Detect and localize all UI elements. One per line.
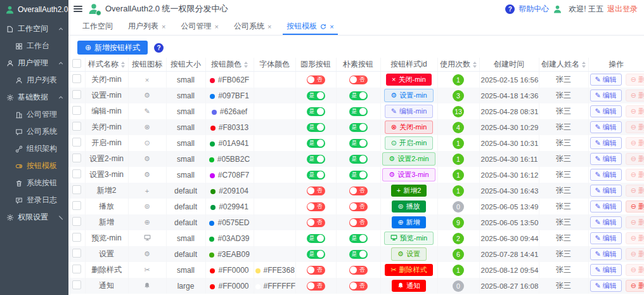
style-preview-button[interactable]: 通知 [392, 280, 426, 292]
toggle-on[interactable]: 是 [307, 123, 325, 132]
sidebar-item-system-button[interactable]: 系统按钮 [0, 174, 68, 192]
toggle-off[interactable]: 否 [349, 202, 368, 211]
style-preview-button[interactable]: 预览-min [384, 232, 434, 245]
row-checkbox[interactable] [72, 74, 81, 83]
delete-button[interactable]: ⊖删除 [626, 121, 644, 133]
delete-button[interactable]: ⊖删除 [626, 169, 644, 181]
toggle-on[interactable]: 是 [349, 139, 368, 148]
refresh-icon[interactable] [320, 23, 326, 30]
row-checkbox[interactable] [72, 217, 81, 226]
row-checkbox[interactable] [72, 106, 81, 115]
row-checkbox[interactable] [72, 138, 81, 147]
column-header[interactable]: 按钮颜色 [205, 58, 254, 72]
toggle-on[interactable]: 是 [307, 139, 325, 148]
style-preview-button[interactable]: ⊚播放 [392, 200, 425, 213]
style-preview-button[interactable]: ×关闭-min [386, 74, 432, 86]
tab-company-system[interactable]: 公司系统× [226, 18, 279, 35]
tab-button-template[interactable]: 按钮模板× [279, 18, 341, 35]
style-preview-button[interactable]: ⊕新增 [392, 216, 425, 228]
edit-button[interactable]: ✎编辑 [590, 169, 622, 181]
toggle-off[interactable]: 否 [307, 187, 325, 195]
row-checkbox[interactable] [72, 265, 81, 273]
edit-button[interactable]: ✎编辑 [590, 264, 622, 276]
edit-button[interactable]: ✎编辑 [590, 200, 622, 213]
toggle-off[interactable]: 否 [307, 202, 325, 211]
sidebar-item-workspace[interactable]: 工作空间 [0, 20, 68, 37]
sidebar-item-permission-settings[interactable]: 权限设置 [0, 209, 68, 226]
sidebar-item-workbench[interactable]: 工作台 [0, 37, 68, 55]
add-button-style-button[interactable]: ⊕ 新增按钮样式 [77, 41, 148, 55]
row-checkbox[interactable] [72, 122, 81, 131]
edit-button[interactable]: ✎编辑 [590, 280, 622, 292]
help-icon[interactable]: ? [154, 43, 164, 53]
toggle-off[interactable]: 否 [349, 187, 368, 195]
delete-button[interactable]: ⊖删除 [626, 232, 644, 244]
toggle-on[interactable]: 是 [307, 91, 325, 100]
edit-button[interactable]: ✎编辑 [590, 185, 622, 197]
toggle-on[interactable]: 是 [307, 107, 325, 116]
select-all-checkbox[interactable] [72, 59, 81, 68]
sidebar-item-org-structure[interactable]: 组织架构 [0, 140, 68, 157]
toggle-on[interactable]: 是 [349, 234, 368, 243]
toggle-on[interactable]: 是 [307, 250, 325, 259]
row-checkbox[interactable] [72, 280, 81, 289]
close-icon[interactable]: × [267, 23, 271, 30]
edit-button[interactable]: ✎编辑 [590, 137, 622, 149]
sidebar-item-user-list[interactable]: 用户列表 [0, 72, 68, 89]
user-avatar-icon[interactable] [553, 4, 562, 14]
sidebar-item-base-data[interactable]: 基础数据 [0, 89, 68, 106]
sidebar-item-user-mgmt[interactable]: 用户管理 [0, 55, 68, 72]
delete-button[interactable]: ⊖删除 [626, 280, 644, 292]
close-icon[interactable]: × [214, 23, 218, 30]
toggle-on[interactable]: 是 [349, 155, 368, 164]
close-icon[interactable]: × [330, 23, 333, 30]
row-checkbox[interactable] [72, 201, 81, 210]
delete-button[interactable]: ⊖删除 [626, 105, 644, 117]
sort-icon[interactable] [244, 62, 248, 68]
tab-user-list[interactable]: 用户列表× [120, 18, 173, 35]
edit-button[interactable]: ✎编辑 [590, 89, 622, 102]
toggle-on[interactable]: 是 [307, 234, 325, 243]
sort-icon[interactable] [582, 62, 586, 68]
hamburger-menu-icon[interactable] [74, 6, 82, 12]
edit-button[interactable]: ✎编辑 [590, 121, 622, 133]
toggle-on[interactable]: 是 [307, 171, 325, 180]
style-preview-button[interactable]: ⚙设置-min [384, 89, 433, 102]
toggle-on[interactable]: 是 [349, 91, 368, 100]
row-checkbox[interactable] [72, 90, 81, 99]
style-preview-button[interactable]: ⚙设置2-min [382, 152, 435, 166]
close-icon[interactable]: × [162, 23, 165, 30]
row-checkbox[interactable] [72, 233, 81, 242]
delete-button[interactable]: ⊖删除 [626, 137, 644, 149]
edit-button[interactable]: ✎编辑 [590, 153, 622, 165]
delete-button[interactable]: ⊖删除 [626, 216, 644, 228]
column-header[interactable]: 使用次数 [437, 58, 479, 72]
delete-button[interactable]: ⊖删除 [626, 153, 644, 165]
toggle-on[interactable]: 是 [349, 107, 368, 116]
style-preview-button[interactable]: ⊙开启-min [385, 136, 434, 150]
row-checkbox[interactable] [72, 154, 81, 162]
edit-button[interactable]: ✎编辑 [590, 248, 622, 260]
style-preview-button[interactable]: ⚙设置3-min [382, 168, 435, 181]
delete-button[interactable]: ⊖删除 [626, 74, 644, 86]
toggle-on[interactable]: 是 [349, 171, 368, 180]
sidebar-item-button-template[interactable]: 按钮模板 [0, 157, 68, 174]
toggle-off[interactable]: 否 [349, 266, 368, 275]
toggle-off[interactable]: 否 [307, 218, 325, 227]
edit-button[interactable]: ✎编辑 [590, 232, 622, 244]
delete-button[interactable]: ⊖删除 [626, 185, 644, 197]
toggle-off[interactable]: 否 [349, 75, 368, 84]
logout-link[interactable]: 退出登录 [607, 4, 638, 15]
row-checkbox[interactable] [72, 185, 81, 194]
toggle-off[interactable]: 否 [307, 282, 325, 291]
row-checkbox[interactable] [72, 249, 81, 258]
sidebar-item-company-mgmt[interactable]: 公司管理 [0, 106, 68, 123]
tab-company-mgmt[interactable]: 公司管理× [173, 18, 226, 35]
sort-icon[interactable] [121, 62, 125, 68]
sort-icon[interactable] [473, 62, 477, 68]
toggle-off[interactable]: 否 [307, 75, 325, 84]
toggle-on[interactable]: 是 [349, 250, 368, 259]
delete-button[interactable]: ⊖删除 [626, 264, 644, 276]
style-preview-button[interactable]: +新增2 [391, 185, 427, 197]
help-center-link[interactable]: 帮助中心 [518, 4, 549, 15]
